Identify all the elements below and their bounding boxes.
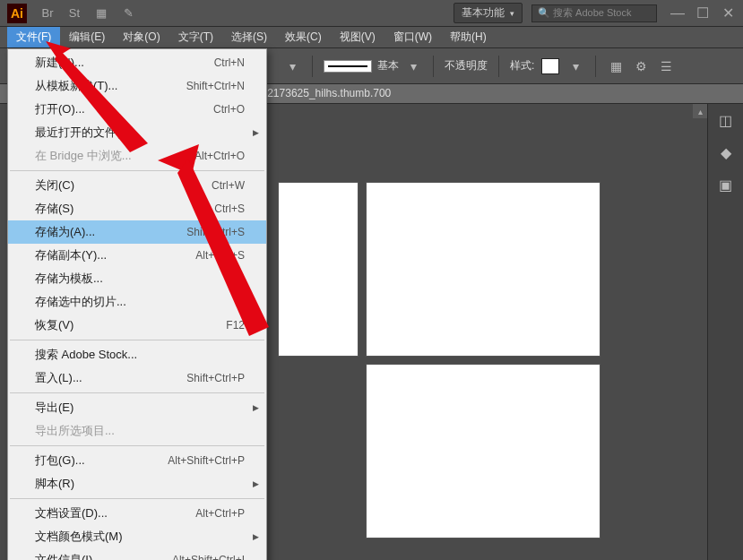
menu-item-shortcut: Ctrl+W [212,177,245,194]
artboard-3[interactable] [366,364,600,538]
file-menu-item[interactable]: 存储选中的切片... [8,290,266,314]
workspace-switcher[interactable]: 基本功能 ▾ [454,3,523,23]
menu-item-label: 打包(G)... [35,452,85,469]
artboard-1[interactable] [278,182,359,357]
search-stock-input[interactable]: 🔍 搜索 Adobe Stock [531,4,657,22]
panel-menu-icon[interactable]: ☰ [657,59,675,73]
file-menu-item: 导出所选项目... [8,419,266,443]
stroke-preview [324,60,372,73]
menu-item-label: 导出所选项目... [35,423,115,439]
file-menu-item[interactable]: 文档颜色模式(M) [8,525,266,548]
arrange-documents-icon[interactable]: ▦ [93,5,109,22]
menu-effect[interactable]: 效果(C) [276,27,331,47]
app-logo: Ai [7,4,27,23]
file-menu-item[interactable]: 新建(N)...Ctrl+N [8,51,266,74]
style-label: 样式: [510,58,534,73]
layers-panel-icon[interactable]: ◆ [717,143,735,161]
file-menu-item[interactable]: 存储为模板... [8,267,266,290]
menu-item-label: 从模板新建(T)... [35,78,117,94]
menu-item-label: 打开(O)... [35,101,85,117]
menu-item-shortcut: Shift+Ctrl+S [186,224,245,240]
menu-item-shortcut: Alt+Shift+Ctrl+I [172,552,245,560]
chevron-down-icon[interactable]: ▾ [283,59,301,73]
menu-item-label: 在 Bridge 中浏览... [35,148,132,164]
preferences-icon[interactable]: ⚙ [632,59,650,73]
menu-item-shortcut: Alt+Shift+Ctrl+P [168,452,245,469]
feather-icon[interactable]: ✎ [120,5,136,22]
stroke-style-selector[interactable]: 基本 ▾ [324,58,422,73]
menu-item-label: 置入(L)... [35,370,82,386]
file-menu-item[interactable]: 打包(G)...Alt+Shift+Ctrl+P [8,449,266,472]
file-menu-item[interactable]: 文件信息(I)...Alt+Shift+Ctrl+I [8,548,266,560]
file-menu-item[interactable]: 存储副本(Y)...Alt+Ctrl+S [8,244,266,267]
file-menu-item[interactable]: 脚本(R) [8,472,266,495]
menu-file[interactable]: 文件(F) [7,27,60,47]
menu-object[interactable]: 对象(O) [114,27,168,47]
scroll-up-button[interactable]: ▴ [693,104,707,118]
menu-window[interactable]: 窗口(W) [384,27,441,47]
style-swatch[interactable] [541,58,559,74]
menu-item-shortcut: Ctrl+S [214,201,245,217]
stroke-style-label: 基本 [377,58,399,73]
menu-item-label: 最近打开的文件(F) [35,125,132,141]
menu-view[interactable]: 视图(V) [331,27,384,47]
menu-separator [10,340,264,340]
menu-item-label: 关闭(C) [35,177,74,194]
menu-separator [10,170,264,171]
menu-item-shortcut: Alt+Ctrl+O [194,148,245,164]
chevron-down-icon[interactable]: ▾ [566,59,584,73]
menu-item-shortcut: Alt+Ctrl+S [195,247,245,263]
file-menu-item[interactable]: 置入(L)...Shift+Ctrl+P [8,366,266,390]
document-setup-icon[interactable]: ▦ [607,59,625,73]
panel-dock: ◫ ◆ ▣ [707,104,743,560]
menu-item-label: 搜索 Adobe Stock... [35,347,137,363]
menu-item-label: 存储副本(Y)... [35,247,107,263]
close-button[interactable]: ✕ [720,5,736,22]
menu-item-shortcut: Alt+Ctrl+P [195,505,245,521]
titlebar-icons: Br St ▦ ✎ [39,5,136,22]
menu-item-label: 新建(N)... [35,55,84,71]
menu-item-label: 文件信息(I)... [35,552,102,560]
workspace-label: 基本功能 [462,5,505,21]
menu-item-shortcut: Ctrl+O [213,101,245,117]
opacity-label[interactable]: 不透明度 [445,58,488,73]
menu-item-shortcut: F12 [226,317,245,333]
menu-item-label: 存储为模板... [35,271,103,287]
file-menu-item[interactable]: 存储(S)Ctrl+S [8,197,266,220]
menu-item-shortcut: Ctrl+N [214,55,245,71]
file-menu-item[interactable]: 关闭(C)Ctrl+W [8,174,266,197]
file-menu-item: 在 Bridge 中浏览...Alt+Ctrl+O [8,144,266,168]
menu-type[interactable]: 文字(T) [169,27,222,47]
menu-separator [10,498,264,499]
file-menu-item[interactable]: 恢复(V)F12 [8,314,266,337]
menu-item-label: 脚本(R) [35,476,74,492]
minimize-button[interactable]: — [670,5,686,22]
bridge-icon[interactable]: Br [39,5,56,22]
file-menu-item[interactable]: 搜索 Adobe Stock... [8,343,266,366]
menu-select[interactable]: 选择(S) [222,27,276,47]
maximize-button[interactable]: ☐ [695,5,711,22]
libraries-panel-icon[interactable]: ▣ [717,176,735,194]
menu-separator [10,445,264,446]
menu-edit[interactable]: 编辑(E) [60,27,114,47]
artboard-2[interactable] [366,182,600,357]
file-menu-item[interactable]: 从模板新建(T)...Shift+Ctrl+N [8,74,266,98]
file-menu-item[interactable]: 导出(E) [8,396,266,419]
chevron-down-icon: ▾ [510,9,514,18]
file-menu-item[interactable]: 打开(O)...Ctrl+O [8,98,266,121]
menu-item-label: 导出(E) [35,400,73,416]
stock-icon[interactable]: St [66,5,82,22]
file-menu-dropdown: 新建(N)...Ctrl+N从模板新建(T)...Shift+Ctrl+N打开(… [7,48,267,560]
menu-item-label: 存储为(A)... [35,224,95,240]
file-menu-item[interactable]: 存储为(A)...Shift+Ctrl+S [8,220,266,244]
file-menu-item[interactable]: 最近打开的文件(F) [8,121,266,144]
file-menu-item[interactable]: 文档设置(D)...Alt+Ctrl+P [8,502,266,525]
menu-item-label: 恢复(V) [35,317,73,333]
chevron-down-icon: ▾ [404,59,422,73]
menubar: 文件(F) 编辑(E) 对象(O) 文字(T) 选择(S) 效果(C) 视图(V… [0,27,743,48]
titlebar: Ai Br St ▦ ✎ 基本功能 ▾ 🔍 搜索 Adobe Stock — ☐… [0,0,743,27]
menu-item-label: 文档设置(D)... [35,505,108,521]
properties-panel-icon[interactable]: ◫ [717,111,735,129]
menu-item-label: 存储(S) [35,201,73,217]
menu-help[interactable]: 帮助(H) [441,27,496,47]
